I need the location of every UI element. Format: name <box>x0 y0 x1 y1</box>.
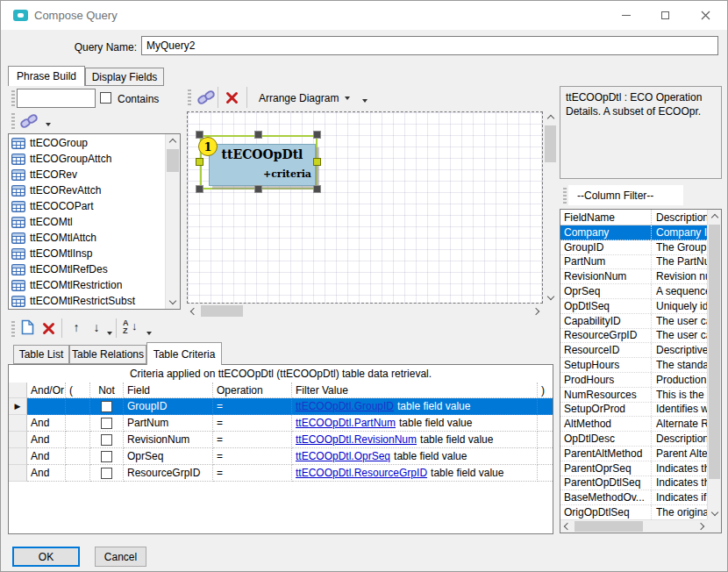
field-row[interactable]: SetupOrProd Identifies wh <box>560 403 707 418</box>
field-row[interactable]: Company Company Id <box>560 225 707 240</box>
resize-handle[interactable] <box>313 185 321 193</box>
node-criteria-link[interactable]: +criteria <box>263 168 311 180</box>
column-header-filter-value[interactable]: Filter Value <box>292 383 538 398</box>
field-row[interactable]: OrigOpDtlSeq The original <box>560 505 707 519</box>
arrange-diagram-button[interactable]: Arrange Diagram <box>253 88 355 108</box>
scroll-thumb[interactable] <box>575 521 643 532</box>
field-row[interactable]: ProdHours Production <box>560 373 707 388</box>
field-row[interactable]: ParentOpDtlSeq Indicates the <box>560 476 707 491</box>
filter-value-cell[interactable]: ttECOOpDtl.ResourceGrpID table field val… <box>292 465 538 482</box>
not-cell[interactable] <box>90 448 124 465</box>
link-dropdown-arrow[interactable] <box>46 123 51 126</box>
field-row[interactable]: ResourceGrpID The user ca <box>560 329 707 344</box>
close-paren-cell[interactable] <box>538 432 553 448</box>
field-row[interactable]: NumResources This is the r <box>560 388 707 403</box>
not-checkbox[interactable] <box>101 401 112 412</box>
delete-node-button[interactable] <box>224 90 239 104</box>
filter-value-cell[interactable]: ttECOOpDtl.OprSeq table field value <box>292 448 538 465</box>
sort-button[interactable]: A Z ↓ <box>123 318 144 336</box>
link-tables-button[interactable] <box>16 111 42 131</box>
ok-button[interactable]: OK <box>12 547 80 567</box>
scroll-up-button[interactable] <box>708 211 721 223</box>
field-grid-vscrollbar[interactable] <box>707 210 721 519</box>
not-checkbox[interactable] <box>101 468 112 479</box>
maximize-button[interactable] <box>646 1 685 29</box>
andor-cell[interactable]: And <box>27 432 66 448</box>
field-row[interactable]: OprSeq A sequence <box>560 284 707 299</box>
row-selector-cell[interactable]: ▶ <box>9 415 27 432</box>
table-list-item[interactable]: ttECOMtlRestrictSubst <box>9 293 165 309</box>
field-cell[interactable]: RevisionNum <box>124 432 213 448</box>
row-selector-cell[interactable]: ▶ <box>9 448 27 465</box>
andor-cell[interactable] <box>27 398 66 415</box>
tab-table-list[interactable]: Table List <box>13 345 69 364</box>
resize-handle[interactable] <box>313 158 321 166</box>
field-cell[interactable]: GroupID <box>124 398 213 415</box>
table-list-item[interactable]: ttECOMtl <box>9 214 165 230</box>
field-row[interactable]: PartNum The PartNu <box>560 255 707 270</box>
sort-overflow-arrow[interactable] <box>146 332 152 335</box>
field-row[interactable]: ResourceID Descriptive <box>560 343 707 358</box>
scroll-thumb[interactable] <box>167 149 179 172</box>
andor-cell[interactable]: And <box>27 415 66 432</box>
column-header-operation[interactable]: Operation <box>213 383 292 398</box>
not-checkbox[interactable] <box>101 434 112 446</box>
field-row[interactable]: ParentAltMethod Parent Alter <box>560 447 707 461</box>
scroll-thumb[interactable] <box>201 305 243 317</box>
table-list-item[interactable]: ttECOGroupAttch <box>9 151 165 167</box>
scroll-thumb[interactable] <box>709 225 720 479</box>
field-row[interactable]: OpDtlDesc Description <box>560 432 707 447</box>
filter-value-link[interactable]: ttECOOpDtl.RevisionNum <box>296 433 417 446</box>
table-list-item[interactable]: ttECOMtlRestriction <box>9 277 165 293</box>
canvas-vertical-scrollbar[interactable] <box>544 111 557 304</box>
table-search-input[interactable] <box>17 89 96 108</box>
open-paren-cell[interactable] <box>66 465 90 482</box>
not-cell[interactable] <box>90 415 124 432</box>
table-list-item[interactable]: ttECOMtlRefDes <box>9 261 165 277</box>
field-row[interactable]: BaseMethodOv... Indicates if t <box>560 490 707 505</box>
andor-cell[interactable]: And <box>27 448 66 465</box>
scroll-down-button[interactable] <box>544 290 557 303</box>
table-list-item[interactable]: ttECORevAttch <box>9 182 165 198</box>
cancel-button[interactable]: Cancel <box>95 547 146 567</box>
scroll-left-button[interactable] <box>188 304 200 318</box>
close-paren-cell[interactable] <box>538 415 553 432</box>
column-header-close-paren[interactable]: ) <box>538 383 553 398</box>
table-list-scrollbar[interactable] <box>165 134 180 309</box>
scroll-down-button[interactable] <box>166 295 180 307</box>
open-paren-cell[interactable] <box>66 432 90 448</box>
column-header-open-paren[interactable]: ( <box>66 383 90 398</box>
resize-handle[interactable] <box>313 131 321 139</box>
tab-table-relations[interactable]: Table Relations <box>69 345 146 364</box>
open-paren-cell[interactable] <box>66 448 90 465</box>
tab-display-fields[interactable]: Display Fields <box>85 68 164 86</box>
not-cell[interactable] <box>90 465 124 482</box>
not-checkbox[interactable] <box>101 418 112 429</box>
field-row[interactable]: ParentOprSeq Indicates the <box>560 461 707 476</box>
table-list-item[interactable]: ttECORev <box>9 167 165 182</box>
column-header-not[interactable]: Not <box>90 383 124 398</box>
open-paren-cell[interactable] <box>66 398 90 415</box>
tab-phrase-build[interactable]: Phrase Build <box>8 66 85 86</box>
column-header-fieldname[interactable]: FieldName <box>560 210 651 225</box>
criteria-row[interactable]: ▶ GroupID = ttECOOpDtl.GroupID table fie… <box>9 398 553 415</box>
filter-value-cell[interactable]: ttECOOpDtl.RevisionNum table field value <box>292 432 538 448</box>
field-row[interactable]: OpDtlSeq Uniquely ide <box>560 299 707 314</box>
table-list-item[interactable]: ttECOMtlInsp <box>9 246 165 261</box>
filter-value-cell[interactable]: ttECOOpDtl.GroupID table field value <box>292 398 538 415</box>
criteria-row[interactable]: ▶ And ResourceGrpID = ttECOOpDtl.Resourc… <box>9 465 553 482</box>
row-selector-cell[interactable]: ▶ <box>9 398 27 415</box>
field-cell[interactable]: ResourceGrpID <box>124 465 213 482</box>
not-cell[interactable] <box>90 432 124 448</box>
not-checkbox[interactable] <box>101 451 112 462</box>
move-up-button[interactable]: ↑ <box>69 319 83 335</box>
close-paren-cell[interactable] <box>538 448 553 465</box>
scroll-up-button[interactable] <box>544 112 557 125</box>
table-list-item[interactable]: ttECOCOPart <box>9 198 165 214</box>
contains-checkbox[interactable] <box>100 92 111 104</box>
field-cell[interactable]: PartNum <box>124 415 213 432</box>
criteria-row[interactable]: ▶ And OprSeq = ttECOOpDtl.OprSeq table f… <box>9 448 553 465</box>
criteria-row[interactable]: ▶ And PartNum = ttECOOpDtl.PartNum table… <box>9 415 553 432</box>
open-paren-cell[interactable] <box>66 415 90 432</box>
field-row[interactable]: SetupHours The standar <box>560 358 707 373</box>
